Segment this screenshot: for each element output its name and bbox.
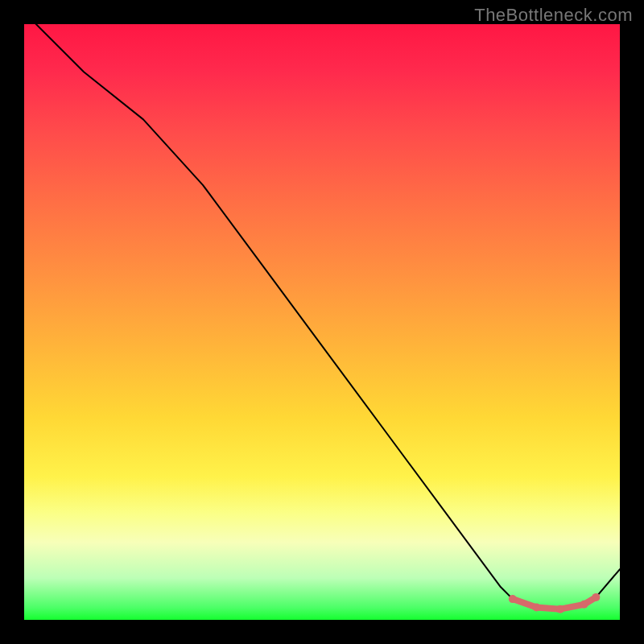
- watermark-text: TheBottleneck.com: [474, 5, 633, 26]
- plot-gradient-background: [24, 24, 620, 620]
- chart-stage: TheBottleneck.com: [0, 0, 644, 644]
